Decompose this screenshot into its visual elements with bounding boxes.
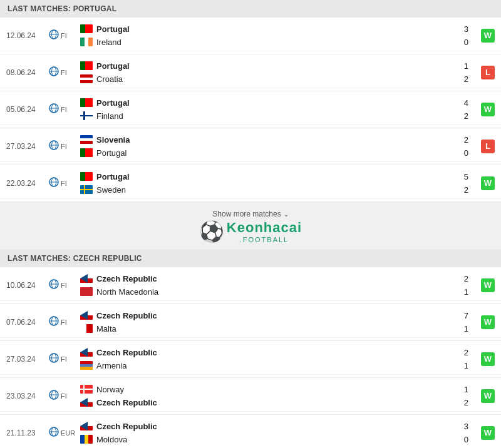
team-row: North Macedonia — [80, 285, 450, 298]
logo-sub: .FOOTBALL — [227, 236, 302, 243]
match-type-label: FI — [61, 69, 67, 76]
score-team2: 2 — [464, 183, 468, 196]
match-type: FI — [49, 66, 80, 78]
match-type: FI — [49, 140, 80, 152]
team-row: Portugal — [80, 96, 450, 109]
result-badge: L — [481, 140, 495, 153]
team-flag — [80, 98, 93, 107]
score-team1: 2 — [464, 133, 468, 146]
match-teams: PortugalIreland — [80, 23, 450, 48]
globe-icon — [49, 140, 59, 152]
match-date: 07.06.24 — [6, 318, 49, 327]
match-type: FI — [49, 390, 80, 402]
match-group: 23.03.24FINorwayCzech Republic12W — [0, 378, 501, 415]
globe-icon — [49, 390, 59, 402]
team-row: Armenia — [80, 359, 450, 372]
match-type: FI — [49, 316, 80, 328]
match-group: 05.06.24FIPortugalFinland42W — [0, 91, 501, 128]
team-row: Croatia — [80, 73, 450, 85]
team-name: Armenia — [96, 361, 172, 370]
match-date: 10.06.24 — [6, 281, 49, 290]
score-team2: 1 — [464, 285, 468, 298]
score-column: 30 — [450, 23, 468, 48]
section-czech: LAST MATCHES: CZECH REPUBLIC10.06.24FICz… — [0, 250, 501, 448]
match-group: 22.03.24FIPortugalSweden52W — [0, 165, 501, 202]
team-row: Portugal — [80, 59, 450, 72]
globe-icon — [49, 279, 59, 291]
team-name: Moldova — [96, 435, 172, 444]
team-row: Moldova — [80, 433, 450, 445]
match-date: 23.03.24 — [6, 392, 49, 400]
table-row: 07.06.24FICzech RepublicMalta71W — [0, 307, 501, 338]
team-flag — [80, 61, 93, 70]
team-flag — [80, 385, 93, 394]
globe-icon — [49, 177, 59, 189]
match-date: 22.03.24 — [6, 179, 49, 188]
result-badge: W — [481, 315, 495, 329]
team-flag — [80, 148, 93, 157]
globe-icon — [49, 29, 59, 41]
result-badge: W — [481, 389, 495, 403]
result-badge: W — [481, 278, 495, 292]
match-date: 08.06.24 — [6, 68, 49, 77]
table-row: 05.06.24FIPortugalFinland42W — [0, 94, 501, 125]
match-teams: SloveniaPortugal — [80, 133, 450, 159]
match-group: 27.03.24FICzech RepublicArmenia21W — [0, 341, 501, 378]
score-team1: 2 — [464, 272, 468, 285]
match-type-label: FI — [61, 32, 67, 39]
show-more-section: Show more matches ⌄ ⚽ Keonhacai .FOOTBAL… — [0, 205, 501, 250]
match-type: FI — [49, 103, 80, 115]
score-team2: 0 — [464, 36, 468, 48]
team-flag — [80, 111, 93, 120]
team-name: Ireland — [96, 38, 172, 47]
team-name: Finland — [96, 111, 172, 121]
result-badge: W — [481, 103, 495, 116]
match-type-label: FI — [61, 143, 67, 150]
match-type: FI — [49, 279, 80, 291]
score-team1: 5 — [464, 170, 468, 183]
match-group: 10.06.24FICzech RepublicNorth Macedonia2… — [0, 267, 501, 304]
match-date: 12.06.24 — [6, 31, 49, 40]
team-row: Czech Republic — [80, 309, 450, 322]
match-type-label: FI — [61, 355, 67, 363]
team-flag — [80, 172, 93, 181]
match-teams: PortugalCroatia — [80, 59, 450, 85]
show-more-link[interactable]: Show more matches ⌄ — [212, 210, 288, 218]
team-name: Czech Republic — [96, 274, 172, 283]
team-name: Czech Republic — [96, 422, 172, 431]
match-teams: Czech RepublicMalta — [80, 309, 450, 335]
globe-icon — [49, 427, 59, 439]
globe-icon — [49, 353, 59, 365]
team-name: Malta — [96, 324, 172, 333]
match-type: FI — [49, 177, 80, 189]
team-flag — [80, 274, 93, 283]
score-column: 12 — [450, 59, 468, 85]
table-row: 10.06.24FICzech RepublicNorth Macedonia2… — [0, 270, 501, 301]
team-name: Slovenia — [96, 135, 172, 145]
score-column: 21 — [450, 272, 468, 298]
logo-icon: ⚽ — [199, 220, 224, 243]
score-team2: 0 — [464, 146, 468, 159]
score-team2: 0 — [464, 433, 468, 445]
logo-text: Keonhacai — [227, 220, 302, 236]
match-date: 27.03.24 — [6, 355, 49, 364]
score-column: 42 — [450, 96, 468, 122]
match-teams: Czech RepublicArmenia — [80, 346, 450, 372]
match-type-label: FI — [61, 106, 67, 113]
score-team1: 1 — [464, 383, 468, 395]
team-row: Czech Republic — [80, 272, 450, 285]
result-badge: W — [481, 352, 495, 366]
match-group: 07.06.24FICzech RepublicMalta71W — [0, 304, 501, 341]
match-type: FI — [49, 29, 80, 41]
team-flag — [80, 38, 93, 46]
score-team1: 3 — [464, 23, 468, 35]
team-row: Czech Republic — [80, 420, 450, 432]
match-teams: Czech RepublicNorth Macedonia — [80, 272, 450, 298]
team-flag — [80, 74, 93, 83]
match-group: 12.06.24FIPortugalIreland30W — [0, 18, 501, 54]
match-type: EUR — [49, 427, 80, 439]
team-row: Norway — [80, 383, 450, 395]
result-badge: W — [481, 426, 495, 440]
team-name: Czech Republic — [96, 311, 172, 320]
team-flag — [80, 398, 93, 407]
